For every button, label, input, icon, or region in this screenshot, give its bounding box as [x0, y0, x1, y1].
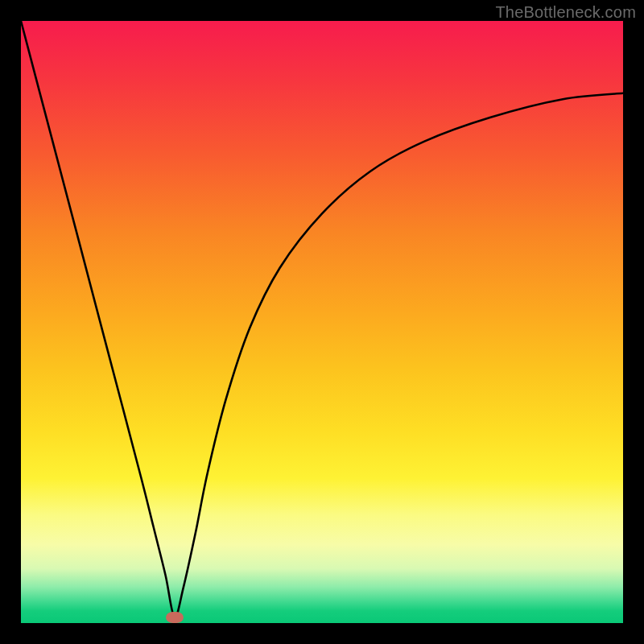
- optimal-point-marker: [166, 612, 184, 623]
- bottleneck-curve: [21, 21, 623, 623]
- curve-path: [21, 21, 623, 617]
- chart-plot-area: [21, 21, 623, 623]
- watermark-text: TheBottleneck.com: [495, 3, 636, 22]
